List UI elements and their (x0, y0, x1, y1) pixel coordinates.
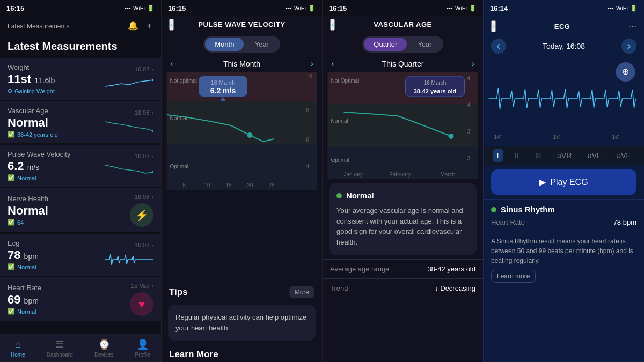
weight-chart (105, 76, 153, 92)
panel-pulse-wave: 16:15 ▪▪▪ WiFi 🔋 ‹ PULSE WAVE VELOCITY M… (161, 0, 322, 362)
svg-text:16 March: 16 March (211, 79, 236, 86)
pulse-wave-left: Pulse Wave Velocity 6.2 m/s ✅ Normal (8, 150, 70, 181)
svg-text:16': 16' (612, 134, 619, 140)
vascular-chart-svg: Not Optimal Normal Optimal 4 4 3 3 Janua… (327, 72, 479, 179)
nav-dashboard-label: Dashboard (47, 352, 73, 358)
svg-text:8: 8 (306, 107, 310, 113)
latest-measurements-title: Latest Measurements (0, 36, 161, 58)
ecg-tab-I[interactable]: I (493, 149, 503, 162)
panel2-tab-year[interactable]: Year (245, 38, 278, 51)
info-card-header: Normal (336, 191, 469, 200)
panel2-back-button[interactable]: ‹ (169, 19, 174, 31)
learn-more-button[interactable]: Learn more (491, 270, 536, 283)
status-bar-1: 16:15 ▪▪▪ WiFi 🔋 (0, 0, 161, 16)
panel2-title-bar: ‹ PULSE WAVE VELOCITY (162, 16, 322, 33)
svg-text:15': 15' (553, 134, 560, 140)
nav-profile[interactable]: 👤 Profile (135, 338, 150, 358)
ecg-chart (105, 252, 153, 268)
nav-home[interactable]: ⌂ Home (11, 339, 25, 358)
panel3-back-button[interactable]: ‹ (330, 19, 335, 31)
ecg-tab-III[interactable]: III (531, 149, 546, 162)
play-ecg-button[interactable]: ▶ Play ECG (491, 169, 636, 195)
panel2-tab-month[interactable]: Month (205, 38, 244, 51)
svg-text:10: 10 (204, 182, 211, 188)
svg-text:14': 14' (494, 134, 501, 140)
svg-text:February: February (390, 172, 411, 178)
ecg-card[interactable]: Ecg 78 bpm ✅ Normal 16:08 › (0, 234, 161, 276)
nerve-health-right: 16:08 › ⚡ (130, 194, 153, 227)
weight-check-icon: ⊕ (8, 87, 12, 94)
pulse-wave-right: 16:08 › (105, 153, 153, 179)
ecg-sub: ✅ Normal (8, 263, 39, 270)
status-time-2: 16:15 (168, 4, 186, 12)
sinus-dot (491, 207, 496, 212)
status-icons-2: ▪▪▪ WiFi 🔋 (286, 5, 316, 12)
panel3-tab-year[interactable]: Year (408, 38, 441, 51)
add-icon[interactable]: ＋ (145, 20, 153, 32)
vascular-status: Normal (346, 191, 374, 200)
panel3-prev-button[interactable]: ‹ (331, 59, 334, 69)
status-icons-3: ▪▪▪ WiFi 🔋 (447, 5, 477, 12)
zone-not-optimal-label: Not optimal (170, 78, 197, 84)
avg-age-value: 38-42 years old (427, 265, 475, 273)
panel-latest-measurements: 16:15 ▪▪▪ WiFi 🔋 Latest Measurements 🔔 ＋… (0, 0, 161, 362)
ecg-back-button[interactable]: ‹ (491, 20, 496, 32)
weight-time: 16:08 › (135, 66, 153, 72)
nav-devices[interactable]: ⌚ Devices (94, 338, 114, 358)
signal3-icon: ▪▪▪ (447, 5, 453, 11)
pulse-status: Normal (17, 175, 36, 181)
vascular-age-label: Vascular Age (8, 107, 58, 115)
pulse-wave-sub: ✅ Normal (8, 174, 70, 181)
panel3-tab-quarter[interactable]: Quarter (364, 38, 407, 51)
trend-row: Trend ↓ Decreasing (323, 278, 483, 298)
panel1-header-icons[interactable]: 🔔 ＋ (128, 20, 153, 32)
svg-rect-5 (167, 144, 317, 190)
ecg-next-button[interactable]: › (621, 39, 636, 54)
panel2-next-button[interactable]: › (311, 59, 313, 69)
bell-icon[interactable]: 🔔 (128, 20, 138, 32)
nav-dashboard[interactable]: ☰ Dashboard (47, 338, 73, 358)
panel2-tab-group-wrapper: Month Year (162, 33, 322, 56)
avg-age-row: Average age range 38-42 years old (323, 259, 483, 278)
ecg-tab-aVL[interactable]: aVL (583, 149, 605, 162)
ecg-check-icon: ✅ (8, 263, 15, 270)
svg-text:6: 6 (306, 137, 310, 143)
heart-rate-left: Heart Rate 69 bpm ✅ Normal (8, 284, 41, 315)
nerve-health-card[interactable]: Nerve Health Normal ✅ 64 16:08 › ⚡ (0, 188, 161, 233)
devices-icon: ⌚ (98, 338, 110, 350)
nerve-health-left: Nerve Health Normal ✅ 64 (8, 195, 48, 226)
panel3-tab-group: Quarter Year (362, 36, 443, 53)
weight-left: Weight 11st 11.6lb ⊕ Gaining Weight (8, 63, 55, 94)
sinus-description: A Sinus Rhythm result means your heart r… (491, 237, 636, 265)
vascular-age-value: Normal (8, 116, 58, 130)
ecg-lead-tabs: I II III aVR aVL aVF (484, 146, 644, 165)
ecg-date-nav: ‹ Today, 16:08 › (484, 36, 644, 56)
ecg-prev-button[interactable]: ‹ (491, 39, 506, 54)
ecg-tab-aVF[interactable]: aVF (612, 149, 635, 162)
ecg-more-icon[interactable]: ··· (628, 21, 636, 32)
panel2-prev-button[interactable]: ‹ (170, 59, 173, 69)
more-button[interactable]: More (289, 286, 314, 298)
play-ecg-label: Play ECG (550, 178, 588, 187)
ecg-time: 16:08 › (135, 242, 153, 248)
weight-right: 16:08 › (105, 66, 153, 92)
weight-card[interactable]: Weight 11st 11.6lb ⊕ Gaining Weight 16:0… (0, 58, 161, 100)
svg-point-1 (152, 130, 154, 132)
ecg-waveform-area: 14' 15' 16' ⊕ (484, 56, 644, 142)
svg-text:3: 3 (467, 129, 471, 135)
pulse-wave-card[interactable]: Pulse Wave Velocity 6.2 m/s ✅ Normal 16:… (0, 145, 161, 187)
profile-icon: 👤 (137, 338, 149, 350)
status-green-dot (336, 193, 342, 198)
panel3-next-button[interactable]: › (472, 59, 474, 69)
svg-text:20: 20 (247, 182, 254, 188)
nerve-score: 64 (17, 219, 24, 226)
weight-status: Gaining Weight (14, 88, 55, 94)
vascular-age-card[interactable]: Vascular Age Normal ✅ 38-42 years old 16… (0, 101, 161, 144)
sinus-title: Sinus Rhythm (501, 205, 555, 214)
svg-text:3: 3 (467, 156, 471, 161)
heart-rate-card[interactable]: Heart Rate 69 bpm ✅ Normal 15 Mar › ♥ (0, 277, 161, 322)
ecg-tab-aVR[interactable]: aVR (553, 149, 576, 162)
pwv-chart-svg: Not optimal Normal Optimal 10 8 6 4 5 10… (166, 72, 318, 190)
ecg-tab-II[interactable]: II (510, 149, 523, 162)
vascular-check-icon: ✅ (8, 131, 15, 138)
